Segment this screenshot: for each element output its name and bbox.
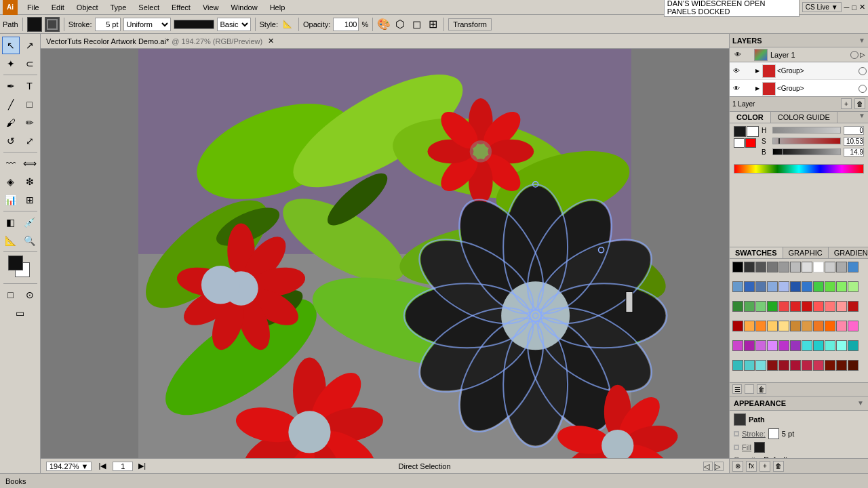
maximize-btn[interactable]: □ <box>852 3 856 12</box>
rect-tool[interactable]: □ <box>21 96 39 113</box>
swatch-orange-6[interactable] <box>802 321 812 331</box>
swatch-green-8[interactable] <box>767 301 778 312</box>
h-track[interactable] <box>772 127 841 134</box>
gradient-tool[interactable]: ◧ <box>2 214 20 231</box>
paintbrush-tool[interactable]: 🖌 <box>2 114 20 131</box>
fill-color-thumb[interactable] <box>754 442 765 453</box>
menu-help[interactable]: Help <box>264 2 291 13</box>
appearance-collapse[interactable]: ▼ <box>857 399 864 407</box>
swatch-blue-6[interactable] <box>778 281 789 292</box>
close-btn[interactable]: ✕ <box>859 3 865 12</box>
layer-item-0[interactable]: 👁 ▶ <Group> <box>730 62 868 80</box>
swatch-orange-5[interactable] <box>790 321 801 331</box>
stroke-toggle[interactable] <box>734 431 739 436</box>
swatch-teal-4[interactable] <box>836 340 847 351</box>
menu-effect[interactable]: Effect <box>166 2 196 13</box>
b-track[interactable] <box>772 148 841 155</box>
swatch-lighter-gray[interactable] <box>802 262 812 272</box>
swatch-darkred-2[interactable] <box>778 360 789 371</box>
swatch-red-3[interactable] <box>802 301 812 312</box>
swatch-blue-8[interactable] <box>802 281 812 292</box>
swatch-green-5[interactable] <box>732 301 743 312</box>
cs-live-btn[interactable]: CS Live ▼ <box>802 2 842 12</box>
pencil-tool[interactable]: ✏ <box>21 114 39 131</box>
magic-wand-tool[interactable]: ✦ <box>2 55 20 73</box>
swatch-darkred-8[interactable] <box>848 360 859 371</box>
swatch-red-1[interactable] <box>778 301 789 312</box>
column-graph-tool[interactable]: 📊 <box>2 191 20 209</box>
transform-btn[interactable]: Transform <box>448 18 492 30</box>
menu-view[interactable]: View <box>197 2 224 13</box>
swatch-aa[interactable] <box>836 262 847 272</box>
stroke-style-select[interactable]: Uniform <box>123 18 171 31</box>
swatch-gray-2[interactable] <box>767 262 778 272</box>
swatch-orange-8[interactable] <box>825 321 835 331</box>
fill-indicator[interactable] <box>745 138 756 148</box>
page-input[interactable]: 1 <box>113 462 133 471</box>
swatch-darkred-6[interactable] <box>825 360 835 371</box>
stroke-link[interactable]: Stroke: <box>742 430 766 438</box>
eye-0[interactable]: 👁 <box>731 66 742 77</box>
swatch-pink-1[interactable] <box>836 321 847 331</box>
recolor-icon[interactable]: 🎨 <box>377 18 391 31</box>
swatch-orange-2[interactable] <box>755 321 766 331</box>
symbol-tool[interactable]: ❇ <box>21 173 39 190</box>
swatch-teal-3[interactable] <box>825 340 835 351</box>
normal-mode[interactable]: □ <box>2 286 20 304</box>
menu-object[interactable]: Object <box>71 2 104 13</box>
swatch-blue-2[interactable] <box>732 281 743 292</box>
warp-tool[interactable]: 〰 <box>2 155 20 172</box>
swatch-white[interactable] <box>813 262 824 272</box>
line-tool[interactable]: ╱ <box>2 96 20 113</box>
draw-inside[interactable]: ⊙ <box>21 286 39 304</box>
swatch-blue-4[interactable] <box>755 281 766 292</box>
swatch-darkred-7[interactable] <box>836 360 847 371</box>
swatch-blue-7[interactable] <box>790 281 801 292</box>
fg-small-box[interactable] <box>734 126 746 137</box>
stroke-box[interactable] <box>734 138 745 148</box>
swatch-teal-8[interactable] <box>755 360 766 371</box>
swatch-red-6[interactable] <box>836 301 847 312</box>
expand-1[interactable]: ▶ <box>755 85 761 92</box>
swatch-darkred-4[interactable] <box>802 360 812 371</box>
add-effect-btn[interactable]: fx <box>746 461 757 472</box>
color-guide-tab[interactable]: COLOR GUIDE <box>771 112 837 123</box>
del-swatch-btn[interactable]: 🗑 <box>757 384 766 394</box>
swatch-blue-3[interactable] <box>744 281 755 292</box>
color-tab[interactable]: COLOR <box>730 112 771 123</box>
direct-selection-tool[interactable]: ↗ <box>21 37 39 54</box>
workspace-selector[interactable]: DAN'S WIDESCREEN OPEN PANELS DOCKED <box>664 0 800 17</box>
layers-del-btn[interactable]: 🗑 <box>854 98 865 109</box>
bg-small-box[interactable] <box>747 126 759 137</box>
swatch-green-3[interactable] <box>836 281 847 292</box>
swatch-green-7[interactable] <box>755 301 766 312</box>
stroke-type-select[interactable]: Basic <box>217 18 251 31</box>
swatches-tab[interactable]: SWATCHES <box>730 247 783 258</box>
layers-collapse[interactable]: ▼ <box>859 37 865 44</box>
swatch-teal-1[interactable] <box>802 340 812 351</box>
swatch-black[interactable] <box>732 262 743 272</box>
clear-appearance-btn[interactable]: ⊗ <box>732 461 743 472</box>
swatch-purple-3[interactable] <box>755 340 766 351</box>
style-picker[interactable]: 📐 <box>281 18 294 31</box>
swatch-purple-5[interactable] <box>778 340 789 351</box>
swatch-teal-7[interactable] <box>744 360 755 371</box>
fill-color-swatch[interactable] <box>27 17 42 32</box>
swatch-teal-6[interactable] <box>732 360 743 371</box>
swatch-gray-3[interactable] <box>778 262 789 272</box>
stroke-value-input[interactable] <box>95 18 121 31</box>
envelope-icon[interactable]: ⬡ <box>393 18 407 31</box>
del-appear-btn[interactable]: 🗑 <box>773 461 784 472</box>
eye-1[interactable]: 👁 <box>731 83 742 94</box>
close-doc-btn[interactable]: ✕ <box>268 37 274 45</box>
fill-link[interactable]: Fill <box>742 443 751 451</box>
swatch-cc[interactable] <box>825 262 835 272</box>
swatch-green-1[interactable] <box>813 281 824 292</box>
swatch-orange-4[interactable] <box>778 321 789 331</box>
layers-new-btn[interactable]: + <box>841 98 852 109</box>
layer-lock[interactable] <box>743 49 754 60</box>
graphic-tab[interactable]: GRAPHIC <box>783 247 829 258</box>
color-spectrum[interactable] <box>734 164 864 174</box>
pen-tool[interactable]: ✒ <box>2 77 20 95</box>
new-appear-btn[interactable]: + <box>760 461 770 472</box>
